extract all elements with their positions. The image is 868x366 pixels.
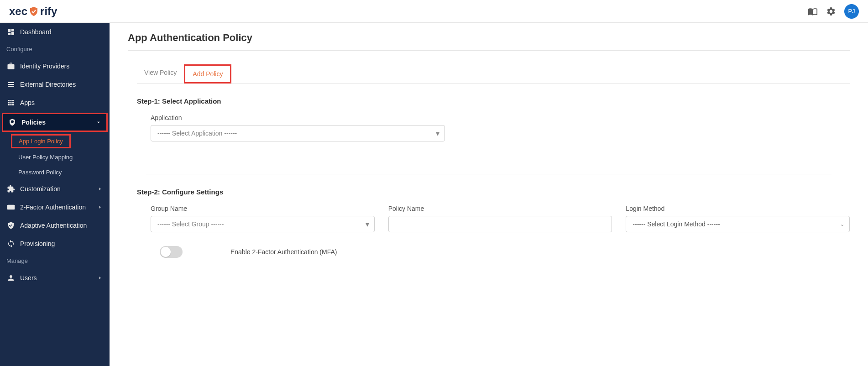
group-name-label: Group Name — [151, 205, 375, 212]
sidebar-item-provisioning[interactable]: Provisioning — [0, 235, 110, 253]
shield-icon — [8, 118, 17, 127]
sidebar-item-dashboard[interactable]: Dashboard — [0, 23, 110, 41]
sidebar-item-label: External Directories — [20, 81, 103, 88]
chevron-right-icon — [97, 275, 103, 281]
policy-name-label: Policy Name — [388, 205, 612, 212]
sidebar-item-external-directories[interactable]: External Directories — [0, 75, 110, 94]
logo-text-2: rify — [40, 5, 57, 18]
gear-icon[interactable] — [826, 6, 836, 16]
step-2-title: Step-2: Configure Settings — [137, 188, 850, 196]
divider — [146, 160, 831, 160]
sidebar-subitem-user-policy-mapping[interactable]: User Policy Mapping — [0, 150, 110, 165]
header-actions: PJ — [808, 4, 859, 19]
sidebar-item-label: Dashboard — [20, 28, 103, 36]
list-icon — [6, 80, 16, 89]
sidebar-item-apps[interactable]: Apps — [0, 94, 110, 112]
logo-text-1: xec — [9, 5, 27, 18]
header: xec rify PJ — [0, 0, 868, 23]
main-content: App Authentication Policy View Policy Ad… — [110, 23, 868, 366]
sidebar-item-label: Customization — [20, 185, 97, 193]
sidebar-item-adaptive-auth[interactable]: Adaptive Authentication — [0, 216, 110, 235]
sidebar-item-2fa[interactable]: 2-Factor Authentication — [0, 198, 110, 216]
sidebar-subitem-label: App Login Policy — [11, 134, 71, 148]
sidebar-item-label: Identity Providers — [20, 63, 103, 70]
sidebar-item-label: Adaptive Authentication — [20, 222, 103, 229]
tabs: View Policy Add Policy — [137, 64, 850, 84]
sidebar-item-users[interactable]: Users — [0, 269, 110, 287]
sidebar: Dashboard Configure Identity Providers E… — [0, 23, 110, 366]
user-icon — [6, 273, 16, 282]
mfa-toggle-label: Enable 2-Factor Authentication (MFA) — [230, 248, 337, 256]
sidebar-section-manage: Manage — [0, 253, 110, 269]
briefcase-icon — [6, 62, 16, 71]
sidebar-item-label: Provisioning — [20, 240, 103, 247]
sync-icon — [6, 239, 16, 248]
login-method-label: Login Method — [626, 205, 850, 212]
sidebar-subitem-app-login-policy[interactable]: App Login Policy — [0, 133, 110, 150]
shield-check-icon — [6, 221, 16, 230]
policy-name-input[interactable] — [388, 216, 612, 232]
sidebar-item-identity-providers[interactable]: Identity Providers — [0, 57, 110, 75]
step-1-title: Step-1: Select Application — [137, 97, 850, 105]
group-name-select[interactable]: ------ Select Group ------ — [151, 216, 375, 232]
application-label: Application — [151, 114, 850, 121]
chevron-right-icon — [97, 186, 103, 192]
sidebar-item-label: Apps — [20, 99, 103, 106]
apps-grid-icon — [6, 98, 16, 107]
puzzle-icon — [6, 184, 16, 193]
tab-add-policy[interactable]: Add Policy — [184, 64, 231, 84]
shield-check-icon — [28, 6, 39, 17]
mfa-toggle[interactable] — [160, 246, 183, 258]
chevron-right-icon — [97, 204, 103, 210]
page-title: App Authentication Policy — [128, 32, 850, 51]
tab-view-policy[interactable]: View Policy — [137, 64, 184, 83]
sidebar-item-label: Policies — [21, 119, 95, 126]
docs-icon[interactable] — [808, 6, 818, 16]
divider — [146, 174, 831, 174]
chevron-down-icon — [95, 119, 102, 125]
sidebar-item-policies[interactable]: Policies — [2, 113, 108, 132]
sidebar-item-customization[interactable]: Customization — [0, 180, 110, 198]
svg-rect-0 — [7, 205, 15, 210]
application-select[interactable]: ------ Select Application ------ — [151, 125, 445, 141]
keypad-icon — [6, 203, 16, 212]
logo[interactable]: xec rify — [9, 5, 57, 18]
sidebar-item-label: 2-Factor Authentication — [20, 204, 97, 211]
sidebar-section-configure: Configure — [0, 41, 110, 57]
avatar[interactable]: PJ — [844, 4, 859, 19]
sidebar-item-label: Users — [20, 274, 97, 282]
dashboard-icon — [6, 27, 16, 37]
sidebar-subitem-password-policy[interactable]: Password Policy — [0, 165, 110, 180]
login-method-select[interactable]: ------ Select Login Method ------ — [626, 216, 850, 232]
